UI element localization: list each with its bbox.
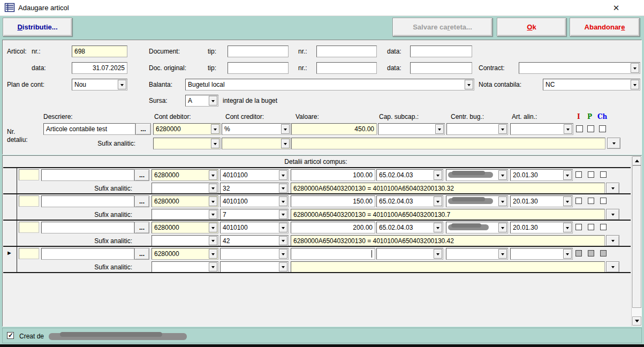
doc-original-data-input[interactable] xyxy=(410,62,472,74)
detail-flag-cell[interactable] xyxy=(19,222,39,233)
chevron-down-icon[interactable] xyxy=(209,96,217,105)
detail-cap-subcap-combo[interactable]: 65.02.04.03 xyxy=(376,195,443,207)
chevron-down-icon[interactable] xyxy=(209,210,217,219)
centr-bug-combo[interactable] xyxy=(446,123,508,135)
detail-formula-input[interactable] xyxy=(291,261,605,273)
flag-ch-checkbox[interactable] xyxy=(600,224,607,230)
chevron-down-icon[interactable] xyxy=(498,170,507,180)
detail-descriere-input[interactable] xyxy=(41,169,134,181)
chevron-down-icon[interactable] xyxy=(498,249,507,259)
abandonare-button[interactable]: Abandonare xyxy=(570,18,640,36)
formula-dropdown[interactable] xyxy=(606,235,619,246)
detail-centr-bug-combo[interactable] xyxy=(446,195,508,207)
flag-p-checkbox[interactable] xyxy=(587,125,594,132)
detail-more-button[interactable]: ... xyxy=(134,248,149,260)
detail-flag-cell[interactable] xyxy=(19,195,39,207)
chevron-down-icon[interactable] xyxy=(279,184,287,193)
flag-i-checkbox[interactable] xyxy=(575,250,582,257)
detail-formula-input[interactable]: 6280000A650403200130 = 4010100A650403200… xyxy=(291,235,605,246)
chevron-down-icon[interactable] xyxy=(564,124,572,134)
sufix-creditor-combo[interactable] xyxy=(222,138,291,149)
detail-formula-input[interactable]: 6280000A650403200130 = 4010100A650403200… xyxy=(291,183,605,194)
flag-ch-checkbox[interactable] xyxy=(599,125,606,132)
row-marker-cell[interactable] xyxy=(3,168,17,193)
row-marker-cell[interactable]: ► xyxy=(3,247,17,272)
chevron-down-icon[interactable] xyxy=(498,197,507,206)
detail-descriere-input[interactable] xyxy=(41,222,134,233)
document-data-input[interactable] xyxy=(410,46,472,57)
scroll-up-button[interactable] xyxy=(632,156,641,165)
chevron-down-icon[interactable] xyxy=(435,124,444,134)
detail-cont-debitor-combo[interactable]: 6280000 xyxy=(151,248,218,260)
row-marker-cell[interactable] xyxy=(3,194,17,220)
flag-i-checkbox[interactable] xyxy=(576,125,583,132)
detail-cont-debitor-combo[interactable]: 6280000 xyxy=(151,222,218,233)
balanta-combo[interactable]: Bugetul local xyxy=(185,79,474,90)
art-alin-combo[interactable] xyxy=(510,123,573,135)
chevron-down-icon[interactable] xyxy=(281,124,290,134)
detail-sufix-creditor-combo[interactable]: 32 xyxy=(220,183,289,194)
detail-cont-creditor-combo[interactable]: 4010100 xyxy=(220,169,289,181)
formula-dropdown[interactable] xyxy=(606,261,619,273)
detail-sufix-creditor-combo[interactable] xyxy=(220,261,289,273)
detail-cap-subcap-combo[interactable] xyxy=(376,248,443,260)
detail-art-alin-combo[interactable]: 20.01.30 xyxy=(510,169,573,181)
detail-art-alin-combo[interactable] xyxy=(510,248,573,260)
chevron-down-icon[interactable] xyxy=(434,249,442,259)
contract-combo[interactable] xyxy=(519,62,640,74)
detail-centr-bug-combo[interactable] xyxy=(446,169,508,181)
nota-contabila-combo[interactable]: NC xyxy=(543,79,640,90)
chevron-down-icon[interactable] xyxy=(209,236,217,245)
vertical-scrollbar[interactable] xyxy=(631,156,642,326)
detail-cont-creditor-combo[interactable] xyxy=(220,248,289,260)
detail-sufix-debitor-combo[interactable] xyxy=(151,209,218,220)
distributie-button[interactable]: Distributie... xyxy=(3,18,72,36)
cont-debitor-combo[interactable]: 6280000 xyxy=(153,123,221,135)
chevron-down-icon[interactable] xyxy=(434,197,442,206)
chevron-down-icon[interactable] xyxy=(279,210,287,219)
chevron-down-icon[interactable] xyxy=(279,262,287,271)
detail-cap-subcap-combo[interactable]: 65.02.04.03 xyxy=(376,222,443,233)
chevron-down-icon[interactable] xyxy=(279,236,287,245)
document-nr-input[interactable] xyxy=(316,46,377,57)
detail-sufix-debitor-combo[interactable] xyxy=(151,235,218,246)
detail-flag-cell[interactable] xyxy=(19,248,39,259)
articol-nr-input[interactable]: 698 xyxy=(72,46,127,57)
chevron-down-icon[interactable] xyxy=(279,170,287,180)
chevron-down-icon[interactable] xyxy=(498,124,507,134)
detail-valoare-input[interactable] xyxy=(291,248,375,260)
detail-sufix-creditor-combo[interactable]: 42 xyxy=(220,235,289,246)
chevron-down-icon[interactable] xyxy=(118,80,126,89)
plan-de-cont-combo[interactable]: Nou xyxy=(72,79,127,90)
chevron-down-icon[interactable] xyxy=(209,197,217,206)
flag-ch-checkbox[interactable] xyxy=(600,198,607,204)
detail-cap-subcap-combo[interactable]: 65.02.04.03 xyxy=(376,169,443,181)
detail-centr-bug-combo[interactable] xyxy=(446,222,508,233)
sufix-formula-input[interactable] xyxy=(291,138,605,149)
detail-descriere-input[interactable] xyxy=(41,248,134,260)
chevron-down-icon[interactable] xyxy=(563,249,572,259)
sufix-formula-dropdown[interactable] xyxy=(607,138,620,149)
flag-p-checkbox[interactable] xyxy=(588,171,594,178)
detail-cont-debitor-combo[interactable]: 6280000 xyxy=(151,195,218,207)
valoare-input[interactable]: 450.00 xyxy=(291,123,377,135)
chevron-down-icon[interactable] xyxy=(631,63,639,73)
detail-cont-creditor-combo[interactable]: 4010100 xyxy=(220,222,289,233)
descriere-more-button[interactable]: ... xyxy=(135,123,151,135)
flag-p-checkbox[interactable] xyxy=(588,250,594,257)
detail-valoare-input[interactable]: 150.00 xyxy=(291,195,375,207)
detail-valoare-input[interactable]: 100.00 xyxy=(291,169,375,181)
flag-i-checkbox[interactable] xyxy=(575,198,582,204)
chevron-down-icon[interactable] xyxy=(498,223,507,232)
sufix-debitor-combo[interactable] xyxy=(153,138,221,149)
chevron-down-icon[interactable] xyxy=(563,223,572,232)
chevron-down-icon[interactable] xyxy=(465,80,473,89)
chevron-down-icon[interactable] xyxy=(279,197,287,206)
flag-ch-checkbox[interactable] xyxy=(600,250,607,257)
detail-more-button[interactable]: ... xyxy=(134,195,149,207)
detail-sufix-debitor-combo[interactable] xyxy=(151,183,218,194)
flag-p-checkbox[interactable] xyxy=(588,198,594,204)
row-marker-cell[interactable] xyxy=(3,221,17,246)
detail-more-button[interactable]: ... xyxy=(134,169,149,181)
salvare-ca-reteta-button[interactable]: Salvare ca reteta... xyxy=(392,18,493,36)
